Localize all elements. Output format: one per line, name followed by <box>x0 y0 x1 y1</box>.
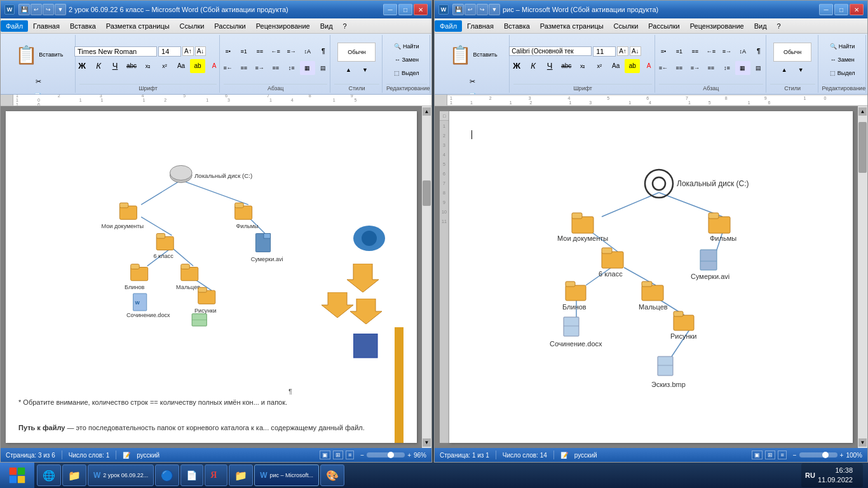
font-name-left[interactable] <box>74 46 157 57</box>
indent-left-btn[interactable]: ←≡ <box>268 44 283 58</box>
close-btn-right[interactable]: ✕ <box>850 4 864 15</box>
border-btn-right[interactable]: ▤ <box>751 61 766 75</box>
menu-file-left[interactable]: Файл <box>1 20 28 32</box>
view-btn-1[interactable]: ▣ <box>320 451 330 459</box>
copy-btn-right[interactable]: 📄 <box>465 90 480 94</box>
superscript-btn-left[interactable]: x² <box>157 59 172 73</box>
highlight-left[interactable]: ab <box>190 59 205 73</box>
zoom-slider-left[interactable] <box>367 452 405 458</box>
subscript-btn-left[interactable]: x₂ <box>140 59 156 73</box>
menu-review-left[interactable]: Рецензирование <box>251 20 315 32</box>
taskbar-explorer2[interactable]: 📁 <box>229 464 253 486</box>
scrollbar-right[interactable]: ▲ ▼ <box>858 106 867 448</box>
font-color-right[interactable]: A <box>641 59 656 73</box>
zoom-minus-left[interactable]: − <box>360 452 364 459</box>
copy-btn-left[interactable]: 📄 <box>31 90 46 94</box>
menu-review-right[interactable]: Рецензирование <box>685 20 749 32</box>
scroll-track-right[interactable] <box>858 116 867 438</box>
taskbar-explorer[interactable]: 📁 <box>62 464 86 486</box>
minimize-btn-right[interactable]: ─ <box>819 4 833 15</box>
num-list-btn-left[interactable]: ≡1 <box>236 44 252 58</box>
italic-btn-right[interactable]: К <box>526 59 541 73</box>
close-btn-left[interactable]: ✕ <box>414 4 428 15</box>
scroll-thumb-left[interactable] <box>423 180 431 206</box>
line-spacing-btn-r[interactable]: ↕≡ <box>719 61 735 75</box>
qa-dropdown[interactable]: ▼ <box>55 4 66 15</box>
sort-btn-left[interactable]: ↕A <box>300 44 315 58</box>
indent-right-btn-r[interactable]: ≡→ <box>719 44 735 58</box>
taskbar-yandex[interactable]: Я <box>205 464 227 486</box>
menu-help-left[interactable]: ? <box>338 20 352 32</box>
replace-btn-left[interactable]: ↔ Замен <box>388 54 426 65</box>
underline-btn-left[interactable]: Ч <box>107 59 123 73</box>
zoom-minus-right[interactable]: − <box>793 452 797 459</box>
menu-insert-right[interactable]: Вставка <box>499 20 535 32</box>
menu-layout-right[interactable]: Разметка страницы <box>535 20 609 32</box>
style-preview[interactable]: Обычн <box>337 43 376 62</box>
scroll-down-right[interactable]: ▼ <box>858 438 867 447</box>
align-left-btn-r[interactable]: ≡← <box>656 61 671 75</box>
taskbar-word1[interactable]: W 2 урок 06.09.22... <box>88 464 154 486</box>
view-btn-1r[interactable]: ▣ <box>752 451 763 459</box>
clear-format-left[interactable]: Aa <box>173 59 189 73</box>
num-list-btn-right[interactable]: ≡1 <box>672 44 687 58</box>
style-up-btn-r[interactable]: ▲ <box>776 63 792 77</box>
list-btn-left[interactable]: ≡• <box>220 44 236 58</box>
find-btn-left[interactable]: 🔍 Найти <box>388 41 426 52</box>
view-btn-3r[interactable]: ≡ <box>778 451 786 459</box>
bold-btn-left[interactable]: Ж <box>74 59 90 73</box>
maximize-btn-right[interactable]: □ <box>834 4 848 15</box>
scroll-up-right[interactable]: ▲ <box>858 107 867 116</box>
save-quick-btn-r[interactable]: 💾 <box>452 4 464 15</box>
shading-btn-right[interactable]: ▦ <box>735 61 750 75</box>
font-shrink-btn[interactable]: A↓ <box>195 46 207 56</box>
menu-help-right[interactable]: ? <box>772 20 786 32</box>
font-grow-btn[interactable]: A↑ <box>182 46 194 56</box>
font-shrink-btn-r[interactable]: A↓ <box>630 46 641 56</box>
taskbar-word2[interactable]: W рис – Microsoft... <box>254 464 319 486</box>
align-center-btn[interactable]: ≡≡ <box>236 61 252 75</box>
menu-view-right[interactable]: Вид <box>749 20 772 32</box>
align-justify-btn-r[interactable]: ≡≡ <box>703 61 719 75</box>
zoom-plus-right[interactable]: + <box>840 452 844 459</box>
scroll-track-left[interactable] <box>422 116 431 438</box>
scroll-down-left[interactable]: ▼ <box>423 438 431 447</box>
style-up-btn[interactable]: ▲ <box>341 63 356 77</box>
bold-btn-right[interactable]: Ж <box>509 59 524 73</box>
style-down-btn[interactable]: ▼ <box>357 63 372 77</box>
undo-quick-btn-r[interactable]: ↩ <box>465 4 476 15</box>
redo-quick-btn-r[interactable]: ↪ <box>477 4 488 15</box>
cut-btn-left[interactable]: ✂ <box>31 74 46 88</box>
menu-mail-right[interactable]: Рассылки <box>643 20 684 32</box>
underline-btn-right[interactable]: Ч <box>542 59 557 73</box>
align-justify-btn[interactable]: ≡≡ <box>268 61 283 75</box>
align-right-btn[interactable]: ≡→ <box>252 61 268 75</box>
cut-btn-right[interactable]: ✂ <box>465 74 480 88</box>
redo-quick-btn[interactable]: ↪ <box>43 4 54 15</box>
line-spacing-btn[interactable]: ↕≡ <box>284 61 299 75</box>
menu-file-right[interactable]: Файл <box>435 20 462 32</box>
multilevel-btn-right[interactable]: ≡≡ <box>688 44 703 58</box>
style-preview-r[interactable]: Обычн <box>773 43 811 62</box>
italic-btn-left[interactable]: К <box>91 59 106 73</box>
font-size-right[interactable] <box>593 46 616 57</box>
undo-quick-btn[interactable]: ↩ <box>31 4 42 15</box>
shading-btn-left[interactable]: ▦ <box>300 61 315 75</box>
menu-layout-left[interactable]: Разметка страницы <box>101 20 175 32</box>
font-name-right[interactable] <box>509 46 592 56</box>
scroll-up-left[interactable]: ▲ <box>423 107 431 116</box>
zoom-slider-right[interactable] <box>799 452 837 458</box>
border-btn-left[interactable]: ▤ <box>316 61 331 75</box>
list-btn-right[interactable]: ≡• <box>656 44 671 58</box>
scrollbar-left[interactable]: ▲ ▼ <box>422 106 431 448</box>
menu-view-left[interactable]: Вид <box>315 20 338 32</box>
style-down-btn-r[interactable]: ▼ <box>793 63 808 77</box>
view-btn-3[interactable]: ≡ <box>346 451 354 459</box>
taskbar-pdf[interactable]: 📄 <box>180 464 203 486</box>
taskbar-paint[interactable]: 🎨 <box>320 464 344 486</box>
maximize-btn-left[interactable]: □ <box>398 4 412 15</box>
menu-refs-left[interactable]: Ссылки <box>175 20 210 32</box>
font-size-left[interactable] <box>158 46 181 57</box>
start-button[interactable] <box>0 463 34 488</box>
replace-btn-right[interactable]: ↔ Замен <box>824 54 862 65</box>
